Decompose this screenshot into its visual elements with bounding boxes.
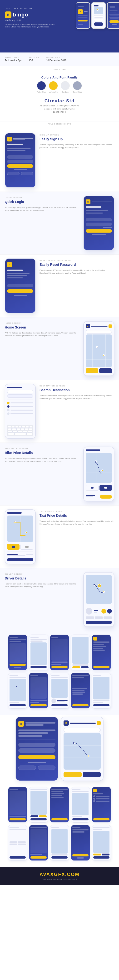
grid-phone-16 — [8, 825, 27, 861]
font-name: Circular Std — [9, 99, 110, 103]
bike-phone — [83, 447, 114, 501]
login-content: Login Screen Quick Login You can login e… — [5, 196, 80, 212]
avax-section: AVAXGFX.COM Premium Design Resources — [0, 867, 119, 885]
driver-map: 🚕 — [86, 575, 112, 604]
reset-title: Easily Reset Password — [39, 262, 114, 267]
grid-phone-6 — [8, 673, 27, 708]
grid-phone-7 — [29, 673, 48, 708]
bike-tag: Bike Price Screen — [5, 447, 80, 450]
grid-phone-19 — [71, 825, 90, 861]
taxi-content: Taxi Price Screen Taxi Price Details You… — [39, 509, 114, 526]
home-map — [86, 334, 112, 368]
typography-section: Circular Std ABCDEFGHIJKLMNOPQRSTUVWXYZ … — [5, 96, 114, 118]
grid-phone-14 — [71, 787, 90, 822]
header-phone-1: B — [76, 2, 90, 29]
grid-phone-17 — [29, 825, 48, 861]
swatch-label-steel: Gyser Shield — [73, 91, 82, 93]
color-autem-blue: Autem Blue — [37, 81, 46, 93]
taxi-map — [7, 515, 33, 542]
home-tag: Home Screen — [5, 322, 80, 324]
reset-content: Reset Password Screen Easily Reset Passw… — [39, 258, 114, 275]
header-phones: B — [76, 2, 119, 29]
font-alphabet-lower: abcdefghijklmnopqrstuvwxyz — [24, 108, 95, 111]
grid-phone-8 — [50, 673, 69, 708]
grid-phone-13 — [50, 787, 69, 822]
date-label: Project Date — [46, 57, 66, 59]
avax-subtitle: Premium Design Resources — [42, 878, 77, 880]
full-screenshots-label: Full Screenshots — [0, 121, 119, 129]
full-screenshots-tag: Full Screenshots — [2, 123, 117, 125]
swatch-label-blue: Autem Blue — [37, 91, 46, 93]
taxi-title: Taxi Price Details — [39, 513, 114, 518]
section-subtitle-colors: Color & Fonts — [5, 68, 114, 71]
font-numbers: 1234567890 — [24, 111, 95, 114]
driver-phone: 🚕 — [83, 572, 114, 627]
big-map-right — [64, 733, 101, 770]
phones-grid-1 — [0, 631, 119, 715]
search-tag: Destination Screen — [39, 385, 114, 387]
grid-phone-10 — [92, 673, 111, 708]
platform-label: Platform — [29, 57, 39, 59]
search-content: Destination Screen Search Destination Yo… — [39, 384, 114, 400]
driver-content: Driver Screen Driver Details Here you ca… — [5, 572, 80, 589]
reset-logo: B — [7, 262, 12, 267]
taxi-desc: You can look at the taxi price details i… — [39, 520, 114, 526]
grid-phone-15 — [92, 787, 111, 822]
reset-tag: Reset Password Screen — [39, 259, 114, 261]
project-type-value: Taxi service App — [5, 59, 22, 62]
home-desc: A UI Kit that can be described as the mo… — [5, 332, 80, 338]
taxi-tag: Taxi Price Screen — [39, 510, 114, 512]
header-phone-3 — [107, 2, 119, 29]
bike-title: Bike Price Details — [5, 451, 80, 455]
search-desc: You'll see destination options you want … — [39, 395, 114, 401]
big-phone-left: B — [16, 717, 58, 781]
feature-bike: Bike Price Screen Bike Price Details You… — [0, 442, 119, 505]
swatch-gray — [61, 81, 70, 90]
login-tag: Login Screen — [5, 197, 80, 199]
bike-desc: You can look at the bike price details i… — [5, 457, 80, 463]
grid-phone-11 — [8, 787, 27, 822]
swatch-label-yellow: Light Yellow — [49, 91, 58, 93]
login-phone: B — [83, 196, 114, 250]
search-phone — [5, 384, 36, 439]
signup-desc: You can Sign Up very quickly and quickly… — [39, 143, 114, 150]
phones-row-1 — [2, 635, 117, 670]
colors-section: Color & Fonts Colors And Font Family Aut… — [0, 66, 119, 121]
swatch-blue — [37, 81, 46, 90]
platform-value: IOS — [29, 59, 39, 62]
driver-tag: Driver Screen — [5, 573, 80, 575]
grid-phone-5 — [92, 635, 111, 670]
colors-section-title: Colors And Font Family — [5, 72, 114, 81]
logo-icon: B — [5, 11, 11, 18]
swatch-label-gray: Sandbox — [62, 91, 69, 93]
feature-driver: 🚕 Driver Screen — [0, 568, 119, 631]
phones-row-4 — [2, 825, 117, 861]
color-sandbox: Sandbox — [61, 81, 70, 93]
platform-field: Platform IOS — [29, 57, 39, 62]
bike-map — [86, 453, 112, 483]
reset-desc: Forgot password? You can remove the pass… — [39, 269, 114, 275]
grid-phone-2 — [29, 635, 48, 670]
home-title: Home Screen — [5, 325, 80, 329]
color-swatches: Autem Blue Light Yellow Sandbox Gyser Sh… — [5, 81, 114, 93]
header-section: Enjoy #everywhere B bingo Mobile app UI … — [0, 0, 119, 52]
feature-reset: B Reset Password Screen Easily Reset Pas… — [0, 254, 119, 317]
grid-phone-18 — [50, 825, 69, 861]
signup-content: Sign Up Screen Easily Sign Up You can Si… — [39, 133, 114, 150]
project-type-label: Project Type — [5, 57, 22, 59]
mini-logo: B — [78, 9, 83, 14]
feature-login: B Login Screen Quick Login You can login… — [0, 192, 119, 254]
phones-grid-2 — [0, 783, 119, 867]
two-phones-section: B B — [0, 715, 119, 783]
signup-logo: B — [7, 137, 12, 142]
avax-logo-text: AVAXGFX.COM — [39, 872, 80, 877]
logo-text: bingo — [13, 12, 28, 18]
login-title: Quick Login — [5, 200, 80, 204]
grid-phone-9 — [71, 673, 90, 708]
date-value: 10 December 2018 — [46, 59, 66, 62]
signup-title: Easily Sign Up — [39, 137, 114, 141]
project-info: Project Type Taxi service App Platform I… — [0, 52, 119, 66]
signup-phone: B — [5, 133, 36, 188]
app-description: Bingo is the most professional and fast … — [5, 23, 57, 28]
search-title: Search Destination — [39, 388, 114, 392]
